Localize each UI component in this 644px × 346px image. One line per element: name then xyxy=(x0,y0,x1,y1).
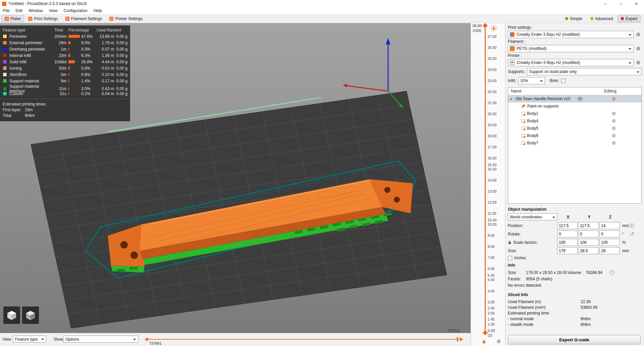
volume-value: 76266.94 xyxy=(586,270,607,275)
object-list-row-body4[interactable]: Body4 xyxy=(508,117,641,125)
show-select[interactable]: Options xyxy=(63,336,138,343)
layer-tick-label: 9.00 xyxy=(488,233,494,237)
slider-settings-gear-icon[interactable] xyxy=(496,339,501,344)
errors-status: No errors detected xyxy=(508,283,541,288)
slider-right-arrow-icon[interactable] xyxy=(460,337,463,341)
mode-dot-icon xyxy=(590,17,593,20)
object-list-row-body1[interactable]: Body1 xyxy=(508,110,641,117)
minimize-button[interactable]: ─ xyxy=(598,0,613,7)
reset-rotation-icon[interactable]: ↺ xyxy=(630,231,634,236)
position-x-field[interactable] xyxy=(557,222,578,229)
unit-label: mm xyxy=(621,223,630,228)
menu-item-configuration[interactable]: Configuration xyxy=(61,8,91,13)
close-button[interactable]: ✕ xyxy=(629,0,644,7)
printer-gear-button[interactable] xyxy=(635,59,642,66)
coordinates-select[interactable]: World coordinates xyxy=(508,213,557,220)
inches-checkbox[interactable] xyxy=(508,256,512,260)
settings-tabs: PlaterPrint SettingsFilament SettingsPri… xyxy=(1,15,147,22)
print-settings-combo[interactable]: Creality Ender 3 Biqu H2 (modified) xyxy=(508,31,634,38)
volume-info-icon[interactable]: ! xyxy=(610,270,614,275)
filament-label: Filament : xyxy=(508,39,642,44)
slider-left-arrow-icon[interactable] xyxy=(145,337,148,341)
layer-slider-top-handle[interactable] xyxy=(483,23,488,28)
menu-item-edit[interactable]: Edit xyxy=(12,8,25,13)
infill-label: Infill: xyxy=(508,78,516,83)
print-settings-gear-button[interactable] xyxy=(635,31,642,38)
horizontal-move-slider[interactable] xyxy=(145,336,463,343)
export-gcode-button[interactable]: Export G-code xyxy=(508,335,641,344)
printer-icon xyxy=(510,60,515,65)
maximize-button[interactable]: □ xyxy=(613,0,629,7)
feature-weight: 0.00 g xyxy=(114,86,127,91)
expander-icon[interactable]: ▾ xyxy=(510,97,514,101)
brim-checkbox[interactable] xyxy=(561,79,566,83)
feature-time: 1m xyxy=(54,47,68,52)
slider-track[interactable] xyxy=(148,339,460,340)
scale-factors-y-field[interactable] xyxy=(578,239,599,246)
prusaslicer-window: *Untitled - PrusaSlicer-2.5.0 based on S… xyxy=(0,0,644,346)
layer-slider-track[interactable] xyxy=(485,25,486,333)
sliced-info-label: - normal mode xyxy=(508,317,581,321)
rotate-y-field[interactable] xyxy=(578,230,599,237)
printer-combo[interactable]: Creality Ender-3 Biqu H2 (modified) xyxy=(508,59,634,66)
menu-item-window[interactable]: Window xyxy=(25,8,46,13)
rotate-z-field[interactable] xyxy=(599,230,620,237)
size-y-field[interactable] xyxy=(578,247,599,254)
mode-expert[interactable]: Expert xyxy=(618,15,641,22)
layer-tick-label: 14.00 xyxy=(488,178,496,182)
mode-advanced[interactable]: Advanced xyxy=(587,15,616,22)
part-icon xyxy=(522,127,525,130)
menu-item-file[interactable]: File xyxy=(0,8,12,13)
3d-viewport[interactable]: Feature type Time Percentage Used filame… xyxy=(0,23,471,333)
feature-weight: 0.00 g xyxy=(114,53,127,58)
feature-label: Custom xyxy=(9,91,54,96)
supports-select[interactable]: Support on build plate only xyxy=(527,68,642,75)
feature-length: 1.79 m xyxy=(96,41,114,45)
position-y-field[interactable] xyxy=(578,222,599,229)
settings-gear-icon[interactable] xyxy=(611,141,616,145)
object-list-row-old-town-handle-revision-v10[interactable]: ▾Old Town Handle Revision v10 xyxy=(508,95,641,102)
lock-icon[interactable] xyxy=(482,339,486,344)
scale-factors-x-field[interactable] xyxy=(557,239,578,246)
editing-icon[interactable] xyxy=(611,96,616,101)
layer-slider-bottom-handle[interactable] xyxy=(483,330,488,336)
tab-printer-settings[interactable]: Printer Settings xyxy=(106,15,146,22)
object-list-row-paint-on-supports[interactable]: Paint-on supports xyxy=(508,102,641,110)
filament-gear-button[interactable] xyxy=(635,45,642,52)
legend-header-percentage: Percentage xyxy=(68,28,97,32)
tab-print-settings[interactable]: Print Settings xyxy=(25,15,61,22)
object-list-row-body5[interactable]: Body5 xyxy=(508,125,641,132)
feature-percentage-bar xyxy=(68,73,81,76)
object-list-row-body6[interactable]: Body6 xyxy=(508,132,641,139)
feature-percentage-bar xyxy=(68,60,81,63)
slider-right-handle[interactable] xyxy=(457,337,458,342)
menu-item-help[interactable]: Help xyxy=(91,8,105,13)
tab-label: Plater xyxy=(10,16,21,21)
object-list-row-body7[interactable]: Body7 xyxy=(508,139,641,147)
filament-combo[interactable]: PETG (modified) xyxy=(508,45,634,52)
preview-view-button[interactable] xyxy=(22,306,39,324)
size-x-field[interactable] xyxy=(557,247,578,254)
rotate-x-field[interactable] xyxy=(557,230,578,237)
scale-lock-icon[interactable] xyxy=(508,240,512,245)
settings-gear-icon[interactable] xyxy=(611,119,616,123)
settings-gear-icon[interactable] xyxy=(611,111,616,116)
menu-item-view[interactable]: View xyxy=(46,8,61,13)
eye-icon[interactable] xyxy=(577,96,583,101)
layer-slider-settings-icon[interactable] xyxy=(490,25,497,32)
tab-plater[interactable]: Plater xyxy=(1,15,24,22)
scale-factors-z-field[interactable] xyxy=(599,239,620,246)
position-z-field[interactable] xyxy=(599,222,620,229)
view-select[interactable]: Feature type xyxy=(13,336,46,343)
legend-row-internal-infill: Internal infill23m6.3%1.36 m0.00 g xyxy=(0,52,130,59)
editor-view-button[interactable] xyxy=(3,306,20,324)
size-z-field[interactable] xyxy=(599,247,620,254)
settings-gear-icon[interactable] xyxy=(611,133,616,138)
mode-simple[interactable]: Simple xyxy=(562,15,586,22)
top-layer-number: (153) xyxy=(471,28,483,33)
settings-gear-icon[interactable] xyxy=(611,126,616,131)
layer-slider-column: 28.00 (153) 27.0026.0025.0024.0023.0022.… xyxy=(471,23,505,346)
infill-select[interactable]: 10% xyxy=(518,77,545,84)
tab-filament-settings[interactable]: Filament Settings xyxy=(62,15,106,22)
manipulation-row-scale-factors: Scale factors:% xyxy=(508,239,642,246)
